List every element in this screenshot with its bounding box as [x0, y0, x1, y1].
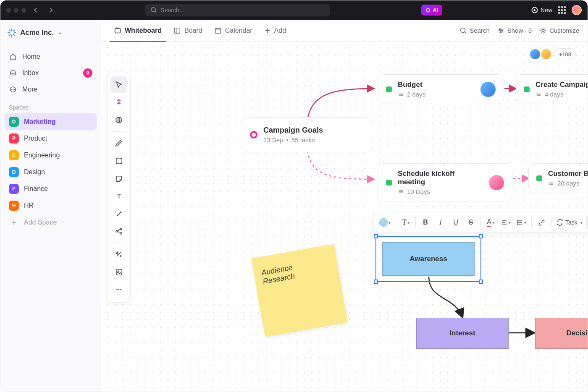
format-more-button[interactable] [586, 215, 588, 230]
underline-button[interactable]: U [449, 215, 463, 230]
workspace-logo-icon [7, 28, 16, 37]
svg-point-0 [151, 8, 155, 12]
bold-button[interactable]: B [418, 215, 433, 230]
tool-text[interactable] [110, 188, 127, 204]
svg-point-12 [501, 30, 503, 31]
apps-grid-icon[interactable] [558, 6, 566, 14]
sidebar-space-hr[interactable]: HHR [5, 197, 97, 214]
list-button[interactable]: ▾ [514, 215, 529, 230]
user-avatar[interactable] [572, 5, 582, 15]
sidebar-item-more[interactable]: More [5, 81, 97, 97]
tool-magic[interactable] [110, 246, 127, 263]
card-kickoff[interactable]: Schedule kickoff meeting 10 Days [378, 163, 512, 201]
card-create-campaign[interactable]: Create Campaign 4 days [516, 74, 588, 104]
lines-icon [548, 180, 554, 186]
workspace-switcher[interactable]: Acme Inc. [5, 26, 97, 45]
tab-board[interactable]: Board [169, 20, 207, 42]
new-button[interactable]: New [531, 7, 552, 13]
collaborators[interactable]: +108 [533, 48, 576, 60]
shape-decision[interactable]: Decision [535, 318, 588, 349]
window-controls[interactable] [6, 8, 26, 13]
card-campaign-goals[interactable]: Campaign Goals 23 Sep•55 tasks [242, 117, 372, 152]
sidebar-space-product[interactable]: PProduct [5, 130, 97, 147]
tool-mindmap[interactable] [110, 223, 127, 240]
tab-whiteboard[interactable]: Whiteboard [110, 20, 166, 42]
align-icon [501, 219, 508, 226]
view-show-button[interactable]: Show · 5 [497, 27, 532, 34]
card-budget[interactable]: Budget 2 days [378, 74, 504, 104]
nav-back-button[interactable] [30, 5, 41, 16]
tool-more[interactable] [110, 281, 127, 298]
align-button[interactable]: ▾ [499, 215, 513, 230]
assignee-avatar[interactable] [480, 81, 496, 97]
sidebar-space-marketing[interactable]: DMarketing [5, 113, 97, 130]
space-badge: P [9, 133, 19, 144]
collaborator-avatar[interactable] [540, 48, 552, 60]
resize-handle[interactable] [479, 234, 483, 238]
nav-forward-button[interactable] [45, 5, 56, 16]
view-customize-button[interactable]: Customize [539, 27, 579, 34]
space-badge: D [9, 117, 19, 127]
shape-interest[interactable]: Interest [416, 318, 509, 349]
status-icon [536, 175, 542, 181]
resize-handle[interactable] [374, 280, 378, 284]
spaces-heading: Spaces [5, 97, 97, 113]
link-button[interactable] [534, 215, 549, 230]
tool-select[interactable] [110, 76, 127, 93]
resize-handle[interactable] [374, 234, 378, 238]
shape-awareness[interactable]: Awareness [382, 242, 475, 276]
resize-handle[interactable] [479, 280, 483, 284]
sidebar-space-finance[interactable]: FFinance [5, 180, 97, 197]
collaborator-avatar[interactable] [529, 48, 541, 60]
view-search-button[interactable]: Search [459, 27, 490, 34]
svg-point-5 [13, 89, 13, 90]
tool-pen[interactable] [110, 135, 127, 152]
tool-shape[interactable] [110, 152, 127, 169]
tab-add-view[interactable]: Add [260, 20, 290, 42]
convert-task-button[interactable]: Task▾ [554, 215, 585, 230]
tool-image[interactable] [110, 264, 127, 280]
collaborator-count[interactable]: +108 [554, 48, 576, 60]
space-label: Product [24, 135, 47, 142]
format-toolbar: ▾ T▾ B I U S A▾ ▾ ▾ Task▾ [373, 213, 588, 232]
card-meta: 23 Sep•55 tasks [263, 136, 364, 144]
assignee-avatar[interactable] [488, 175, 504, 191]
card-title: Schedule kickoff meeting [398, 170, 483, 186]
card-meta: 20 days [557, 180, 580, 187]
whiteboard-toolbox [107, 72, 131, 303]
tool-sticky[interactable] [110, 170, 127, 187]
fill-color-button[interactable]: ▾ [377, 215, 393, 230]
svg-point-23 [118, 289, 120, 290]
more-icon [9, 85, 17, 94]
tool-web[interactable] [110, 112, 127, 128]
whiteboard-canvas[interactable]: +108 [101, 42, 588, 392]
ai-button[interactable]: AI [421, 5, 442, 16]
sidebar-space-design[interactable]: DDesign [5, 164, 97, 180]
tab-calendar[interactable]: Calendar [210, 20, 257, 42]
add-space-label: Add Space [24, 219, 57, 226]
tab-label: Whiteboard [125, 27, 162, 34]
text-color-button[interactable]: A▾ [483, 215, 498, 230]
svg-point-24 [120, 289, 121, 290]
add-space-button[interactable]: Add Space [5, 214, 97, 231]
sidebar-space-engineering[interactable]: EEngineering [5, 147, 97, 164]
sidebar-item-home[interactable]: Home [5, 49, 97, 65]
tool-connector[interactable] [110, 205, 127, 222]
svg-point-4 [11, 89, 12, 90]
sidebar-item-inbox[interactable]: Inbox 9 [5, 65, 97, 81]
tool-ai[interactable] [110, 94, 127, 111]
svg-rect-7 [115, 28, 121, 33]
board-icon [173, 27, 181, 34]
card-customer-beta[interactable]: Customer Beta 20 days [528, 163, 588, 193]
lines-icon [536, 91, 542, 97]
card-meta: 2 days [407, 91, 425, 98]
tab-label: Calendar [225, 27, 252, 34]
svg-point-6 [14, 89, 15, 90]
space-badge: D [9, 167, 19, 177]
italic-button[interactable]: I [433, 215, 448, 230]
strike-button[interactable]: S [464, 215, 478, 230]
font-button[interactable]: T▾ [399, 215, 413, 230]
sticky-note[interactable]: Audience Research [251, 244, 348, 337]
global-search-input[interactable]: Search... [145, 4, 330, 16]
lines-icon [398, 91, 404, 97]
